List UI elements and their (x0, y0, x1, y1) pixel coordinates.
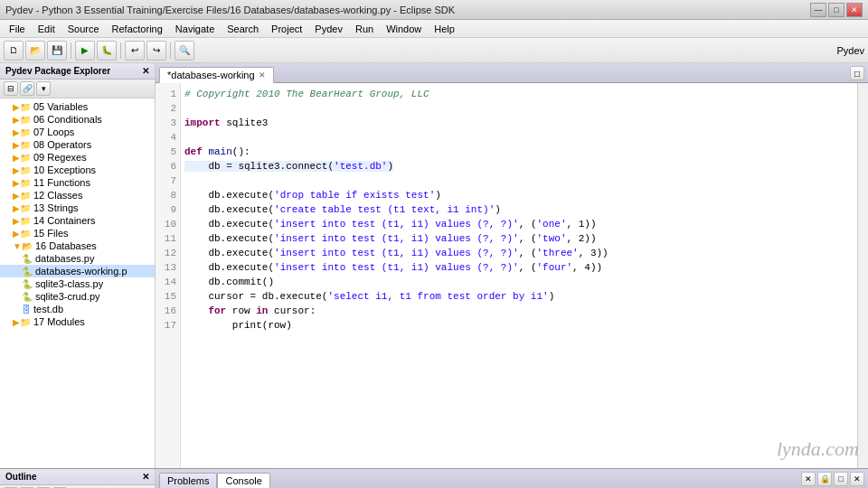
console-area: Problems Console ✕ 🔒 □ ✕ <terminated> C:… (156, 469, 868, 488)
editor-tab-databases-working[interactable]: *databases-working ✕ (159, 67, 274, 83)
pydev-label: Pydev (836, 45, 864, 56)
py-file-icon: 🐍 (22, 267, 33, 277)
menu-source[interactable]: Source (62, 22, 105, 36)
console-close-button[interactable]: ✕ (850, 472, 864, 486)
tree-item-06conditionals[interactable]: ▶📁 06 Conditionals (0, 113, 155, 126)
save-button[interactable]: 💾 (47, 41, 67, 61)
console-controls: ✕ 🔒 □ ✕ (801, 472, 864, 488)
debug-button[interactable]: 🐛 (97, 41, 117, 61)
tree-item-11functions[interactable]: ▶📁 11 Functions (0, 176, 155, 189)
folder-icon: ▶📁 (13, 127, 31, 137)
panel-close-icon[interactable]: ✕ (142, 66, 149, 76)
menu-navigate[interactable]: Navigate (170, 22, 220, 36)
run-button[interactable]: ▶ (75, 41, 95, 61)
menu-refactoring[interactable]: Refactoring (107, 22, 168, 36)
editor-maximize-button[interactable]: □ (850, 66, 864, 80)
tree-label: sqlite3-crud.py (35, 291, 100, 302)
undo-button[interactable]: ↩ (125, 41, 145, 61)
tab-problems[interactable]: Problems (159, 473, 217, 488)
folder-icon: ▶📁 (13, 102, 31, 112)
redo-button[interactable]: ↪ (146, 41, 166, 61)
code-editor[interactable]: # Copyright 2010 The BearHeart Group, LL… (181, 83, 857, 468)
menu-bar: File Edit Source Refactoring Navigate Se… (0, 20, 868, 38)
package-explorer-header: Pydev Package Explorer ✕ (0, 63, 155, 80)
tree-item-05variables[interactable]: ▶📁 05 Variables (0, 100, 155, 113)
tree-label: 10 Exceptions (33, 164, 96, 175)
tree-item-sqlite3-class-py[interactable]: 🐍 sqlite3-class.py (0, 277, 155, 290)
console-clear-button[interactable]: ✕ (801, 472, 816, 486)
db-file-icon: 🗄 (22, 305, 31, 314)
tree-label: databases-working.p (35, 266, 127, 277)
tree-item-test-db[interactable]: 🗄 test.db (0, 303, 155, 315)
console-maximize-button[interactable]: □ (834, 472, 848, 486)
search-button[interactable]: 🔍 (175, 41, 194, 61)
tree-label: 05 Variables (33, 101, 88, 112)
tree-label: 14 Containers (33, 215, 96, 226)
tree-item-08operators[interactable]: ▶📁 08 Operators (0, 138, 155, 151)
package-tree[interactable]: ▶📁 05 Variables ▶📁 06 Conditionals ▶📁 07… (0, 99, 155, 468)
toolbar-separator-2 (120, 42, 121, 59)
tree-label: 08 Operators (33, 139, 91, 150)
menu-run[interactable]: Run (350, 22, 379, 36)
collapse-all-button[interactable]: ⊟ (4, 81, 18, 96)
tree-label: 15 Files (33, 228, 69, 239)
outline-close-icon[interactable]: ✕ (142, 472, 149, 482)
tree-label: test.db (33, 304, 63, 314)
view-menu-button[interactable]: ▾ (36, 81, 51, 96)
console-scroll-lock-button[interactable]: 🔒 (817, 472, 832, 486)
toolbar-separator-1 (71, 42, 71, 59)
tree-label: 09 Regexes (33, 152, 87, 163)
minimize-button[interactable]: — (810, 3, 826, 17)
tab-label: *databases-working (167, 70, 255, 80)
tree-item-15files[interactable]: ▶📁 15 Files (0, 227, 155, 239)
py-file-icon: 🐍 (22, 254, 33, 264)
maximize-button[interactable]: □ (828, 3, 844, 17)
tab-close-icon[interactable]: ✕ (259, 70, 266, 80)
folder-open-icon: ▼📂 (13, 241, 33, 251)
tree-item-databases-working-py[interactable]: 🐍 databases-working.p (0, 265, 155, 277)
folder-icon: ▶📁 (13, 229, 31, 239)
menu-pydev[interactable]: Pydev (309, 22, 348, 36)
tree-item-10exceptions[interactable]: ▶📁 10 Exceptions (0, 164, 155, 176)
outline-title: Outline (5, 472, 36, 482)
tree-item-16databases[interactable]: ▼📂 16 Databases (0, 239, 155, 252)
title-bar-controls: — □ ✕ (810, 3, 863, 17)
menu-help[interactable]: Help (429, 22, 460, 36)
tree-label: 16 Databases (35, 240, 97, 251)
folder-icon: ▶📁 (13, 115, 31, 125)
tree-item-13strings[interactable]: ▶📁 13 Strings (0, 202, 155, 214)
tree-label: 13 Strings (33, 202, 79, 213)
folder-icon: ▶📁 (13, 317, 31, 327)
close-button[interactable]: ✕ (846, 3, 863, 17)
left-panel-toolbar: ⊟ 🔗 ▾ (0, 80, 155, 99)
folder-icon: ▶📁 (13, 153, 31, 163)
tree-label: 11 Functions (33, 177, 90, 188)
tree-item-databases-py[interactable]: 🐍 databases.py (0, 252, 155, 265)
tree-label: 07 Loops (33, 127, 74, 137)
menu-window[interactable]: Window (381, 22, 427, 36)
toolbar: 🗋 📂 💾 ▶ 🐛 ↩ ↪ 🔍 Pydev (0, 38, 868, 63)
menu-edit[interactable]: Edit (33, 22, 61, 36)
folder-icon: ▶📁 (13, 216, 31, 226)
tree-item-09regexes[interactable]: ▶📁 09 Regexes (0, 151, 155, 164)
menu-file[interactable]: File (4, 22, 31, 36)
tree-item-sqlite3-crud-py[interactable]: 🐍 sqlite3-crud.py (0, 290, 155, 303)
open-button[interactable]: 📂 (25, 41, 45, 61)
menu-project[interactable]: Project (266, 22, 307, 36)
link-with-editor-button[interactable]: 🔗 (20, 81, 34, 96)
new-button[interactable]: 🗋 (4, 41, 24, 61)
editor-scrollbar[interactable] (857, 83, 868, 468)
console-tabs: Problems Console ✕ 🔒 □ ✕ (156, 469, 868, 488)
line-numbers: 1 2 3 4 5 6 7 8 9 10 11 12 13 14 15 16 1… (156, 83, 181, 468)
tree-item-12classes[interactable]: ▶📁 12 Classes (0, 189, 155, 202)
tree-item-07loops[interactable]: ▶📁 07 Loops (0, 126, 155, 138)
tree-label: 17 Modules (33, 316, 85, 327)
tree-item-14containers[interactable]: ▶📁 14 Containers (0, 214, 155, 227)
tab-console[interactable]: Console (217, 473, 269, 488)
bottom-layout: Outline ✕ ⊟ ↕ 🔗 ▾ ⬤ sqlite3 ◉ main (0, 469, 868, 488)
menu-search[interactable]: Search (222, 22, 264, 36)
outline-header: Outline ✕ (0, 469, 155, 485)
folder-icon: ▶📁 (13, 165, 31, 175)
outline-panel: Outline ✕ ⊟ ↕ 🔗 ▾ ⬤ sqlite3 ◉ main (0, 469, 156, 488)
tree-item-17modules[interactable]: ▶📁 17 Modules (0, 315, 155, 328)
